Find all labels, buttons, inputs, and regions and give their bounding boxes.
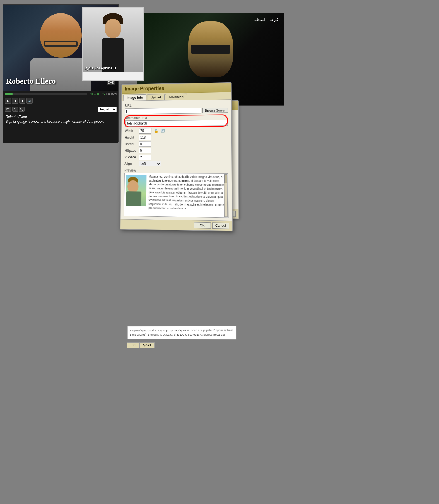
height-row: Height: [125, 134, 228, 140]
lock-icon[interactable]: 🔒: [154, 129, 158, 133]
arabic-subtitle: كرحبا ١ اصحاب: [253, 17, 278, 22]
play-button[interactable]: ▶: [5, 98, 11, 104]
image-properties-dialog: Image Properties Image Info Upload Advan…: [120, 82, 233, 231]
tab-image-info[interactable]: Image Info: [123, 94, 147, 101]
width-row: Width 🔒 🔄: [125, 127, 228, 134]
tab-advanced[interactable]: Advanced: [165, 94, 187, 100]
preview-face: [127, 180, 139, 193]
vspace-label: VSpace: [124, 155, 137, 159]
paused-status: Paused: [106, 92, 117, 96]
vspace-input[interactable]: [139, 155, 151, 160]
dialog-title: Image Properties: [125, 86, 164, 92]
transcript-area: Roberto Ellero Sign language is importan…: [3, 114, 118, 143]
neo-glasses: [191, 45, 230, 54]
url-row: URL: [125, 102, 228, 107]
height-input[interactable]: [139, 135, 151, 140]
vspace-row: VSpace: [124, 155, 228, 160]
width-label: Width: [125, 129, 137, 133]
flipped-tab-1[interactable]: Advu: [139, 342, 154, 348]
subtitle-row: CC D) 5g English French Spanish: [3, 105, 118, 114]
volume-button[interactable]: 🔊: [26, 98, 33, 104]
flipped-tab-0[interactable]: reu: [127, 342, 139, 348]
transcript-text: Sign language is important, because a hi…: [6, 120, 116, 124]
video-player-lydia: Lydia Josephine D: [82, 7, 144, 81]
alt-text-section: Alternative Text: [125, 115, 228, 127]
language-select[interactable]: English French Spanish: [98, 107, 117, 112]
progress-handle: [10, 93, 13, 95]
height-label: Height: [125, 136, 137, 139]
lydia-person: [96, 13, 130, 63]
url-input[interactable]: [125, 108, 201, 114]
progress-track[interactable]: [5, 93, 87, 95]
desc-button[interactable]: 5g: [19, 107, 25, 112]
hspace-row: HSpace: [125, 148, 228, 153]
width-input[interactable]: [139, 128, 151, 134]
roberto-head: [40, 13, 82, 58]
align-label: Align: [124, 162, 137, 166]
url-input-row: Browse Server: [125, 107, 228, 114]
border-row: Border: [125, 141, 228, 147]
stop-button[interactable]: ⏹: [19, 98, 25, 104]
ok-button[interactable]: OK: [194, 222, 211, 229]
flipped-tab-labels: reu Advu: [127, 342, 155, 348]
roberto-glasses: [44, 41, 78, 47]
video-frame-lydia: Lydia Josephine D: [83, 8, 143, 72]
controls-row: ▶ ⏸ ⏹ 🔊: [3, 97, 118, 105]
neo-face: [188, 21, 233, 77]
flipped-text-area: tuo it excitas, ut laudare te delectet, …: [127, 326, 236, 340]
cancel-button[interactable]: Cancel: [212, 222, 229, 229]
preview-label: Preview: [124, 168, 228, 173]
preview-scrollbar[interactable]: [224, 174, 228, 217]
hspace-input[interactable]: [139, 148, 151, 153]
pause-button[interactable]: ⏸: [12, 98, 18, 104]
preview-image: [126, 175, 147, 206]
browse-server-button[interactable]: Browse Server: [202, 108, 228, 113]
dialog-buttons: OK Cancel: [120, 219, 232, 231]
border-input[interactable]: [139, 141, 151, 147]
align-row: Align Left Right Center Top Bottom: [124, 161, 228, 167]
refresh-icon[interactable]: 🔄: [161, 129, 165, 133]
preview-box: Magnus es, domine, et laudabilis valde: …: [124, 173, 228, 218]
time-display: 0:06 / 01:25: [89, 92, 105, 96]
dvs-button[interactable]: D): [12, 107, 18, 112]
alt-text-input[interactable]: [125, 120, 228, 127]
tab-upload[interactable]: Upload: [147, 94, 165, 100]
progress-bar-container: 0:06 / 01:25 Paused: [3, 91, 118, 97]
preview-text: Magnus es, domine, et laudabilis valde: …: [148, 175, 227, 216]
hspace-label: HSpace: [125, 149, 137, 153]
dvs-logo: DVS: [107, 80, 115, 85]
align-select[interactable]: Left Right Center Top Bottom: [139, 161, 161, 166]
alt-text-label: Alternative Text: [125, 115, 228, 120]
lydia-name-overlay: Lydia Josephine D: [84, 66, 116, 70]
scrollbar-thumb: [224, 175, 227, 183]
cc-button[interactable]: CC: [5, 107, 11, 112]
preview-section: Preview Magnus es, domine, et laudabilis…: [124, 168, 228, 218]
preview-body: [126, 191, 142, 206]
lydia-head: [105, 19, 121, 38]
transcript-speaker-name: Roberto Ellero: [6, 115, 116, 119]
dialog-body: URL Browse Server Alternative Text Width…: [120, 100, 232, 221]
url-label: URL: [125, 104, 131, 108]
border-label: Border: [125, 142, 137, 146]
